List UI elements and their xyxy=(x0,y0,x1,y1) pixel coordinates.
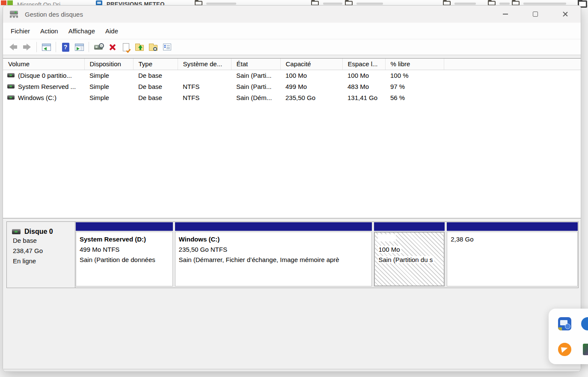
help-icon: ? xyxy=(62,43,69,52)
show-action-pane-button[interactable] xyxy=(72,41,86,53)
volume-icon xyxy=(7,84,15,88)
partition-windows-c[interactable]: Windows (C:) 235,50 Go NTFS Sain (Démarr… xyxy=(175,222,373,288)
cell-capacite: 235,50 Go xyxy=(280,92,342,103)
cell-espace: 131,41 Go xyxy=(342,92,385,103)
column-header-etat[interactable]: État xyxy=(231,59,280,70)
column-header-systeme[interactable]: Système de... xyxy=(178,59,231,70)
partition-2-38go[interactable]: 2,38 Go xyxy=(446,222,578,288)
volume-row[interactable]: Windows (C:) Simple De base NTFS Sain (D… xyxy=(3,92,581,103)
menu-action[interactable]: Action xyxy=(35,24,63,38)
blue-app-tray-icon[interactable] xyxy=(581,317,588,330)
toolbar-separator xyxy=(56,42,56,52)
menu-fichier[interactable]: Fichier xyxy=(6,24,35,38)
disk-size: 238,47 Go xyxy=(13,246,75,256)
cell-disposition: Simple xyxy=(84,92,133,103)
window-bottom-edge xyxy=(3,369,581,371)
avast-tray-icon[interactable] xyxy=(558,343,571,356)
partition-size: 499 Mo NTFS xyxy=(80,246,119,253)
toolbar-separator xyxy=(36,42,37,52)
forward-button[interactable] xyxy=(20,41,34,53)
console-tree-icon xyxy=(42,44,51,51)
disk-0-panel[interactable]: Disque 0 De base 238,47 Go En ligne xyxy=(7,222,75,288)
explore-button[interactable] xyxy=(146,41,160,53)
maximize-icon xyxy=(533,12,538,17)
disk-management-app-icon xyxy=(9,10,19,18)
column-header-capacite[interactable]: Capacité xyxy=(280,59,342,70)
primary-partition-band xyxy=(374,222,445,231)
partition-size: 2,38 Go xyxy=(451,236,473,243)
column-header-volume[interactable]: Volume xyxy=(3,59,84,70)
partition-system-100mo[interactable]: 100 Mo Sain (Partition du s xyxy=(374,222,445,288)
screen: Microsoft On Dri PREVISIONS METEO Gestio… xyxy=(0,0,588,377)
minimize-icon xyxy=(503,14,508,15)
volume-row[interactable]: System Reserved ... Simple De base NTFS … xyxy=(3,81,581,92)
column-header-type[interactable]: Type xyxy=(133,59,178,70)
partition-name xyxy=(378,234,396,242)
cell-etat: Sain (Parti... xyxy=(231,70,280,81)
partition-name: Windows (C:) xyxy=(179,236,220,243)
back-button[interactable] xyxy=(6,41,20,53)
rescan-disks-icon xyxy=(94,45,103,50)
document-check-icon xyxy=(123,43,129,51)
minimize-button[interactable] xyxy=(496,6,515,23)
folder-search-icon xyxy=(149,45,157,51)
column-header-disposition[interactable]: Disposition xyxy=(84,59,133,70)
volume-list-pane: Volume Disposition Type Système de... Ét… xyxy=(3,55,581,218)
cell-type: De base xyxy=(133,81,178,92)
menu-aide[interactable]: Aide xyxy=(100,24,123,38)
cell-espace: 100 Mo xyxy=(342,70,385,81)
toolbar-separator xyxy=(89,42,89,52)
cell-espace: 483 Mo xyxy=(342,81,385,92)
menu-affichage[interactable]: Affichage xyxy=(63,24,100,38)
disk-icon xyxy=(12,229,21,234)
change-drive-letter-button[interactable] xyxy=(133,41,146,53)
app-tray-icon[interactable] xyxy=(583,344,588,355)
volume-icon xyxy=(7,95,15,100)
rescan-disks-button[interactable] xyxy=(92,41,105,53)
help-button[interactable]: ? xyxy=(59,41,72,53)
bookmark-label-fragment xyxy=(454,3,476,5)
properties-icon xyxy=(163,44,171,50)
column-header-espace[interactable]: Espace l... xyxy=(342,59,385,70)
properties-button[interactable] xyxy=(160,41,174,53)
selected-partition-body: 100 Mo Sain (Partition du s xyxy=(374,232,445,286)
bookmark-label-fragment xyxy=(356,3,383,5)
partition-status: Sain (Démarrer, Fichier d’échange, Image… xyxy=(179,256,339,263)
partition-size: 100 Mo xyxy=(378,246,401,253)
close-button[interactable] xyxy=(555,6,575,23)
title-bar: Gestion des disques xyxy=(3,6,581,23)
bookmark-label-fragment xyxy=(323,3,342,5)
mark-active-button[interactable] xyxy=(119,41,133,53)
volume-name: (Disque 0 partitio... xyxy=(18,72,72,79)
action-pane-icon xyxy=(75,44,84,51)
cell-capacite: 100 Mo xyxy=(280,70,342,81)
primary-partition-band xyxy=(175,222,372,231)
partitions-strip: System Reserved (D:) 499 Mo NTFS Sain (P… xyxy=(75,222,578,288)
volume-name: Windows (C:) xyxy=(18,94,56,101)
close-icon xyxy=(562,11,568,17)
partition-system-reserved[interactable]: System Reserved (D:) 499 Mo NTFS Sain (P… xyxy=(75,222,173,288)
delete-volume-button[interactable] xyxy=(105,41,119,53)
cell-etat: Sain (Parti... xyxy=(231,81,280,92)
cell-type: De base xyxy=(133,70,178,81)
bookmark-label-fragment xyxy=(499,3,510,5)
cell-disposition: Simple xyxy=(84,70,133,81)
cell-fs: NTFS xyxy=(178,81,231,92)
cell-etat: Sain (Dém... xyxy=(231,92,280,103)
volume-list: Volume Disposition Type Système de... Ét… xyxy=(3,58,581,218)
tray-overflow-flyout xyxy=(549,309,588,364)
partition-status: Sain (Partition du s xyxy=(378,256,434,263)
bookmark-label-fragment xyxy=(206,3,236,5)
intel-graphics-tray-icon[interactable] xyxy=(558,317,571,330)
disk-name: Disque 0 xyxy=(24,228,53,236)
partition-name: System Reserved (D:) xyxy=(80,236,146,243)
show-console-tree-button[interactable] xyxy=(39,41,53,53)
partition-status: Sain (Partition de données xyxy=(80,256,155,263)
maximize-button[interactable] xyxy=(526,6,545,23)
volume-name: System Reserved ... xyxy=(18,83,76,90)
column-header-libre[interactable]: % libre xyxy=(385,59,444,70)
cell-disposition: Simple xyxy=(84,81,133,92)
forward-arrow-icon xyxy=(23,44,31,50)
volume-row[interactable]: (Disque 0 partitio... Simple De base Sai… xyxy=(3,70,581,81)
disk-type: De base xyxy=(13,236,75,246)
